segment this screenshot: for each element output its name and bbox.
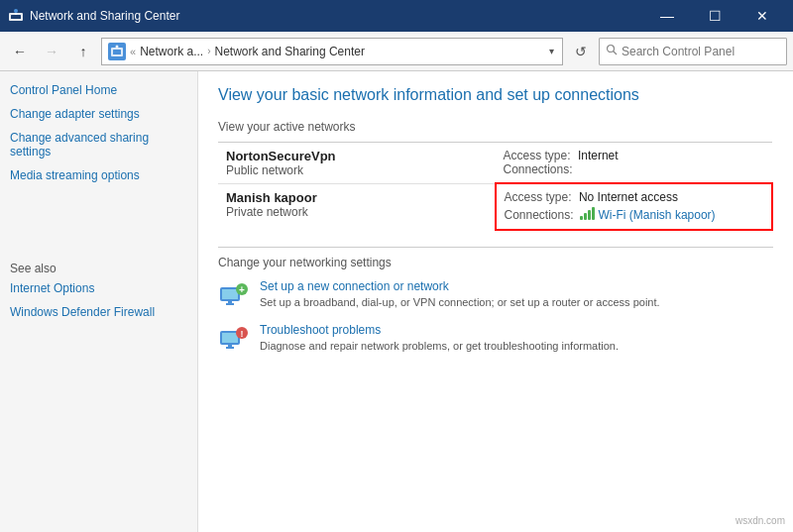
network-type-2: Private network — [226, 205, 487, 219]
settings-item-2: ! Troubleshoot problems Diagnose and rep… — [218, 323, 773, 355]
troubleshoot-desc: Diagnose and repair network problems, or… — [260, 340, 619, 352]
maximize-button[interactable]: ☐ — [692, 0, 737, 32]
path-prefix: « — [130, 46, 136, 57]
network-name-cell-1: NortonSecureVpn Public network — [218, 142, 496, 183]
wifi-bar-2 — [584, 213, 587, 220]
sidebar-media-streaming[interactable]: Media streaming options — [10, 168, 187, 182]
network-name-cell-2: Manish kapoor Private network — [218, 183, 496, 230]
connections-label-2: Connections: — [505, 208, 574, 222]
access-type-row-2: Access type: No Internet access — [505, 190, 764, 204]
active-networks-label: View your active networks — [218, 120, 773, 134]
wifi-bar-4 — [592, 207, 595, 220]
up-button[interactable]: ↑ — [69, 38, 97, 65]
close-button[interactable]: ✕ — [739, 0, 785, 32]
sidebar-main-section: Control Panel Home Change adapter settin… — [10, 83, 187, 182]
wifi-icon — [580, 207, 597, 223]
networks-table: NortonSecureVpn Public network Access ty… — [218, 142, 773, 232]
setup-connection-desc: Set up a broadband, dial-up, or VPN conn… — [260, 296, 660, 308]
path-dropdown-button[interactable]: ▾ — [547, 46, 556, 56]
network-access-cell-1: Access type: Internet Connections: — [496, 142, 773, 183]
svg-rect-16 — [222, 333, 238, 343]
connections-row-1: Connections: — [504, 162, 765, 176]
access-value-2: No Internet access — [579, 190, 678, 204]
networking-settings-title: Change your networking settings — [218, 247, 773, 269]
content-area: View your basic network information and … — [198, 71, 793, 532]
svg-rect-10 — [222, 289, 238, 299]
svg-rect-12 — [226, 303, 234, 305]
search-box — [599, 38, 787, 65]
access-value-1: Internet — [578, 149, 619, 162]
sidebar-control-panel-home[interactable]: Control Panel Home — [10, 83, 187, 97]
svg-point-2 — [14, 9, 18, 13]
settings-item-1: + Set up a new connection or network Set… — [218, 279, 773, 311]
network-access-cell-2-highlighted: Access type: No Internet access Connecti… — [496, 183, 773, 230]
search-icon — [606, 44, 618, 58]
window-controls: — ☐ ✕ — [644, 0, 785, 32]
main-layout: Control Panel Home Change adapter settin… — [0, 71, 793, 532]
network-name-1: NortonSecureVpn — [226, 149, 488, 163]
sidebar-adapter-settings[interactable]: Change adapter settings — [10, 107, 187, 121]
connections-row-2: Connections: Wi-Fi (Manish kapoor) — [505, 207, 764, 223]
svg-point-7 — [608, 46, 615, 53]
access-label-1: Access type: — [504, 149, 571, 162]
access-label-2: Access type: — [505, 190, 572, 204]
network-name-2: Manish kapoor — [226, 190, 487, 205]
search-input[interactable] — [622, 45, 780, 58]
sidebar-internet-options[interactable]: Internet Options — [10, 281, 187, 295]
wifi-bars — [580, 207, 595, 220]
settings-item-1-text: Set up a new connection or network Set u… — [260, 279, 660, 310]
svg-rect-1 — [11, 15, 21, 19]
watermark: wsxdn.com — [736, 515, 785, 526]
forward-button[interactable]: → — [38, 38, 65, 65]
access-type-row-1: Access type: Internet — [504, 149, 765, 162]
setup-connection-icon: + — [218, 279, 250, 311]
window-title: Network and Sharing Center — [30, 9, 179, 23]
svg-point-6 — [116, 45, 119, 48]
sidebar-see-also-section: See also Internet Options Windows Defend… — [10, 262, 187, 319]
connections-label-1: Connections: — [504, 162, 573, 176]
app-icon — [8, 8, 24, 24]
svg-rect-18 — [226, 347, 234, 349]
svg-rect-5 — [113, 50, 121, 54]
path-short[interactable]: Network a... — [140, 45, 203, 58]
sidebar-advanced-sharing[interactable]: Change advanced sharing settings — [10, 131, 187, 159]
wifi-connection-link[interactable]: Wi-Fi (Manish kapoor) — [599, 208, 716, 222]
setup-connection-link[interactable]: Set up a new connection or network — [260, 279, 660, 293]
troubleshoot-link[interactable]: Troubleshoot problems — [260, 323, 619, 337]
wifi-bar-1 — [580, 216, 583, 220]
path-icon — [108, 43, 126, 60]
see-also-title: See also — [10, 262, 187, 275]
address-path: « Network a... › Network and Sharing Cen… — [101, 38, 563, 65]
networking-settings-section: Change your networking settings + Set up… — [218, 247, 773, 355]
troubleshoot-icon: ! — [218, 323, 250, 355]
wifi-bar-3 — [588, 210, 591, 220]
svg-text:!: ! — [241, 329, 244, 339]
path-current: Network and Sharing Center — [215, 45, 365, 58]
sidebar-windows-firewall[interactable]: Windows Defender Firewall — [10, 305, 187, 319]
svg-line-8 — [614, 52, 618, 55]
refresh-button[interactable]: ↺ — [567, 38, 595, 65]
back-button[interactable]: ← — [6, 38, 34, 65]
page-title: View your basic network information and … — [218, 85, 773, 106]
address-bar: ← → ↑ « Network a... › Network and Shari… — [0, 32, 793, 71]
settings-item-2-text: Troubleshoot problems Diagnose and repai… — [260, 323, 619, 354]
minimize-button[interactable]: — — [644, 0, 690, 32]
network-row-2: Manish kapoor Private network Access typ… — [218, 183, 772, 230]
sidebar: Control Panel Home Change adapter settin… — [0, 71, 198, 532]
title-bar: Network and Sharing Center — ☐ ✕ — [0, 0, 793, 32]
network-row-1: NortonSecureVpn Public network Access ty… — [218, 142, 772, 183]
network-type-1: Public network — [226, 163, 488, 177]
svg-text:+: + — [239, 284, 245, 295]
path-separator: › — [207, 46, 210, 56]
